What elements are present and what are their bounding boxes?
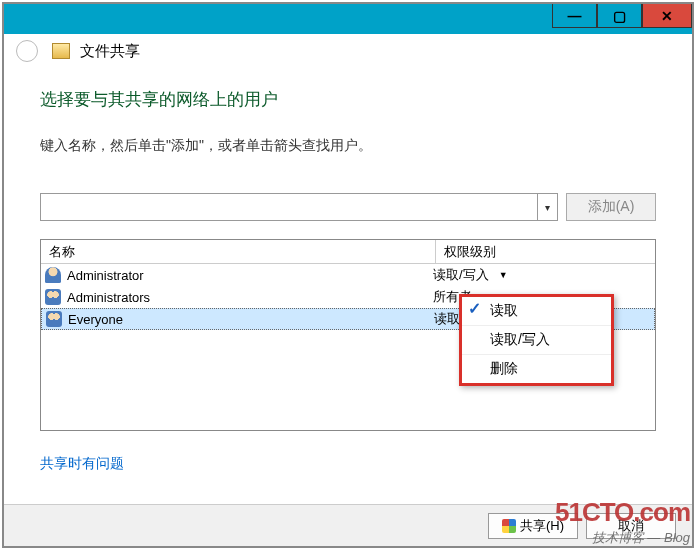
column-header-name[interactable]: 名称 (41, 240, 436, 263)
window-title: 文件共享 (80, 42, 140, 61)
instruction-text: 键入名称，然后单击"添加"，或者单击箭头查找用户。 (40, 137, 656, 155)
permission-cell[interactable]: 读取 (434, 310, 460, 328)
chevron-down-icon[interactable]: ▾ (537, 194, 557, 220)
close-button[interactable]: ✕ (642, 4, 692, 28)
shield-icon (502, 519, 516, 533)
back-button[interactable] (16, 40, 38, 62)
user-icon (45, 267, 61, 283)
user-icon (45, 289, 61, 305)
table-row[interactable]: Administrator读取/写入▼ (41, 264, 655, 286)
permission-cell[interactable]: 读取/写入 (433, 266, 489, 284)
cancel-button[interactable]: 取消 (586, 513, 676, 539)
share-button-label: 共享(H) (520, 517, 564, 535)
user-name-cell: Everyone (68, 312, 123, 327)
user-name-cell: Administrators (67, 290, 150, 305)
dropdown-item[interactable]: 读取/写入 (462, 326, 611, 355)
maximize-button[interactable]: ▢ (597, 4, 642, 28)
add-button[interactable]: 添加(A) (566, 193, 656, 221)
help-link[interactable]: 共享时有问题 (40, 455, 124, 473)
share-button[interactable]: 共享(H) (488, 513, 578, 539)
page-heading: 选择要与其共享的网络上的用户 (40, 88, 656, 111)
user-name-cell: Administrator (67, 268, 144, 283)
column-header-permission[interactable]: 权限级别 (436, 240, 655, 263)
permission-dropdown: 读取读取/写入删除 (459, 294, 614, 386)
title-bar: — ▢ ✕ (4, 4, 692, 34)
user-combo-input[interactable]: ▾ (40, 193, 558, 221)
chevron-down-icon[interactable]: ▼ (499, 270, 508, 280)
minimize-button[interactable]: — (552, 4, 597, 28)
dropdown-item[interactable]: 删除 (462, 355, 611, 383)
folder-icon (52, 43, 70, 59)
user-icon (46, 311, 62, 327)
dropdown-item[interactable]: 读取 (462, 297, 611, 326)
